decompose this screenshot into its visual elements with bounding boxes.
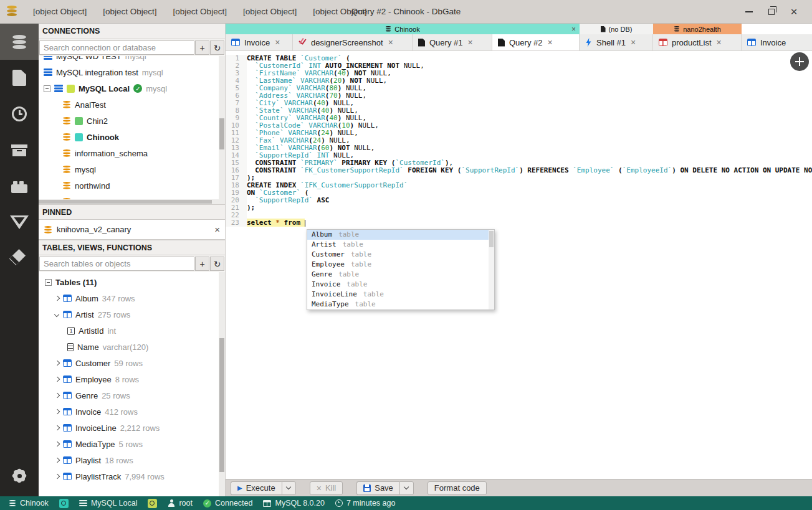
editor-tab[interactable]: Invoice: [226, 34, 293, 50]
unpin-close-icon[interactable]: ×: [214, 224, 220, 235]
tree-row[interactable]: ArtistId int: [39, 323, 219, 339]
format-code-button[interactable]: Format code: [427, 481, 487, 495]
restore-button[interactable]: [765, 5, 778, 19]
editor-tab[interactable]: Shell #1: [580, 34, 653, 50]
chevron-icon[interactable]: [55, 361, 59, 366]
tree-row[interactable]: Invoice 412 rows: [39, 404, 219, 420]
execute-button[interactable]: ▶ Execute: [231, 481, 282, 495]
tab-close-icon[interactable]: [467, 37, 472, 47]
refresh-connections-button[interactable]: ↻: [210, 40, 224, 55]
connection-row[interactable]: [39, 194, 219, 199]
sidebar-item-connections[interactable]: [0, 24, 39, 60]
tab-close-icon[interactable]: [717, 37, 722, 47]
collapse-expander-icon[interactable]: [44, 85, 50, 92]
tree-row[interactable]: Employee 8 rows: [39, 371, 219, 387]
editor-tab[interactable]: Invoice: [742, 34, 812, 50]
tab-close-icon[interactable]: [388, 37, 393, 47]
connection-row[interactable]: MySQL WD TEST mysql: [39, 56, 219, 64]
code-text: CREATE INDEX `IFK_CustomerSupportRepId`: [247, 182, 812, 189]
connection-row[interactable]: Chin2: [39, 113, 219, 129]
connection-row[interactable]: northwind: [39, 177, 219, 194]
autocomplete-item[interactable]: Genre table: [307, 270, 489, 280]
tab-group-header[interactable]: nano2health: [653, 24, 742, 34]
refresh-tables-button[interactable]: ↻: [210, 257, 224, 271]
tab-icon: [418, 39, 425, 47]
menu-item[interactable]: [object Object]: [237, 4, 303, 19]
editor-tab[interactable]: designerScreenshot: [293, 34, 413, 50]
sidebar-item-filter[interactable]: [0, 204, 39, 240]
connection-row[interactable]: information_schema: [39, 145, 219, 161]
add-table-button[interactable]: +: [195, 257, 209, 271]
save-dropdown-button[interactable]: [399, 481, 414, 495]
chevron-icon[interactable]: [55, 475, 59, 479]
chevron-icon[interactable]: [55, 377, 59, 382]
tab-close-icon[interactable]: [275, 37, 280, 47]
connection-row[interactable]: mysql: [39, 161, 219, 177]
tables-scrollbar[interactable]: [219, 272, 225, 496]
execute-dropdown-button[interactable]: [282, 481, 296, 495]
kill-button[interactable]: × Kill: [310, 481, 343, 495]
tree-row[interactable]: MediaType 5 rows: [39, 436, 219, 452]
tree-row[interactable]: Playlist 18 rows: [39, 452, 219, 468]
tab-close-icon[interactable]: [547, 37, 552, 47]
menu-item[interactable]: [object Object]: [307, 4, 373, 19]
tree-row[interactable]: Customer 59 rows: [39, 355, 219, 371]
editor-tab[interactable]: Query #1: [413, 34, 492, 50]
tree-label: PlaylistTrack: [75, 472, 121, 481]
collapse-expander-icon[interactable]: [45, 279, 52, 286]
chevron-icon[interactable]: [55, 394, 59, 398]
sidebar-item-files[interactable]: [0, 60, 39, 96]
tab-group-header[interactable]: Chinook ×: [226, 24, 580, 34]
connection-row[interactable]: AnalTest: [39, 97, 219, 113]
menu-item[interactable]: [object Object]: [27, 4, 93, 19]
connections-hscrollbar[interactable]: [39, 199, 225, 204]
new-tab-button[interactable]: [790, 52, 809, 71]
pinned-item[interactable]: knihovna_v2_canary ×: [39, 220, 225, 240]
editor-tab[interactable]: Query #2: [492, 34, 580, 50]
chevron-icon[interactable]: [55, 313, 59, 317]
connection-row[interactable]: Chinook: [39, 129, 219, 145]
tab-group-header[interactable]: (no DB): [580, 24, 653, 34]
sidebar-item-settings[interactable]: [0, 458, 39, 494]
sidebar-item-layers[interactable]: [0, 240, 39, 276]
sidebar-item-archive[interactable]: [0, 132, 39, 168]
tree-row[interactable]: PlaylistTrack 7,994 rows: [39, 468, 219, 484]
menu-item[interactable]: [object Object]: [97, 4, 163, 19]
add-connection-button[interactable]: +: [195, 40, 209, 55]
connection-row[interactable]: MySQL integration test mysql: [39, 64, 219, 80]
autocomplete-item[interactable]: InvoiceLine table: [307, 290, 489, 300]
chevron-icon[interactable]: [55, 410, 59, 414]
sql-editor[interactable]: 1 CREATE TABLE `Customer` ( 2 `CustomerI…: [226, 51, 812, 479]
autocomplete-item[interactable]: MediaType table: [307, 300, 489, 309]
tree-row[interactable]: Artist 275 rows: [39, 306, 219, 323]
autocomplete-item[interactable]: Invoice table: [307, 280, 489, 290]
connection-row[interactable]: MySQL Local mysql: [39, 80, 219, 97]
tree-row[interactable]: Album 347 rows: [39, 290, 219, 306]
tab-close-icon[interactable]: [631, 37, 636, 47]
tree-row[interactable]: Tables (11): [39, 274, 219, 290]
tab-label: Invoice: [244, 38, 270, 47]
popup-scrollbar[interactable]: [489, 230, 494, 309]
tree-row[interactable]: InvoiceLine 2,212 rows: [39, 420, 219, 436]
tree-row[interactable]: Name varchar(120): [39, 339, 219, 355]
connections-scrollbar[interactable]: [219, 56, 225, 199]
tree-row[interactable]: Genre 25 rows: [39, 387, 219, 404]
autocomplete-item[interactable]: Employee table: [307, 260, 489, 270]
sidebar-item-plugins[interactable]: [0, 168, 39, 204]
minimize-button[interactable]: [742, 5, 756, 19]
connections-search-input[interactable]: [39, 40, 194, 55]
tables-search-input[interactable]: [39, 257, 194, 271]
group-close-icon[interactable]: ×: [571, 25, 576, 34]
autocomplete-item[interactable]: Customer table: [307, 250, 489, 260]
chevron-icon[interactable]: [55, 458, 59, 463]
sidebar-item-history[interactable]: [0, 96, 39, 132]
menu-item[interactable]: [object Object]: [167, 4, 233, 19]
autocomplete-item[interactable]: Artist table: [307, 240, 489, 250]
chevron-icon[interactable]: [55, 296, 59, 301]
editor-tab[interactable]: productList: [653, 34, 742, 50]
save-button[interactable]: Save: [356, 481, 399, 495]
chevron-icon[interactable]: [55, 442, 59, 446]
close-button[interactable]: ×: [787, 5, 801, 19]
autocomplete-item[interactable]: Album table: [307, 230, 489, 240]
chevron-icon[interactable]: [55, 426, 59, 430]
